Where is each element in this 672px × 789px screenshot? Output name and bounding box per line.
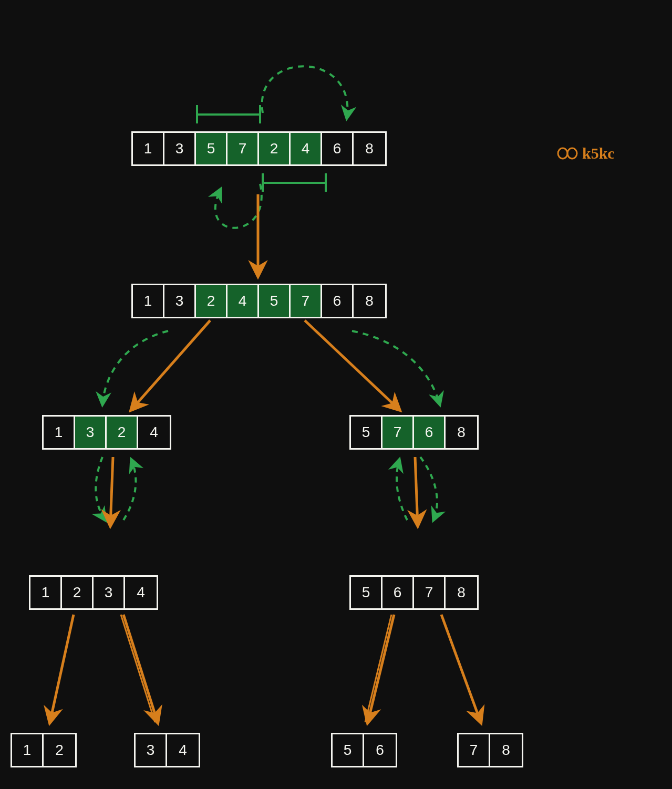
- array-level3-left: 1 3 2 4: [42, 415, 171, 450]
- cell: 5: [351, 577, 382, 608]
- cell: 4: [291, 133, 322, 164]
- cell: 6: [414, 417, 446, 448]
- cell: 2: [44, 734, 75, 766]
- flow-l3r-l4r: [415, 457, 418, 525]
- svg-point-0: [558, 148, 567, 159]
- cell: 3: [94, 577, 125, 608]
- swap-mini-l3l-b: [123, 460, 136, 520]
- array-level5-rl: 5 6: [331, 733, 397, 767]
- flow-l2-l3l: [131, 320, 210, 410]
- cell: 6: [322, 285, 354, 317]
- cell: 2: [259, 133, 291, 164]
- cell: 2: [196, 285, 228, 317]
- cell: 3: [136, 734, 167, 766]
- bracket-bottom: [263, 173, 326, 192]
- array-level1: 1 3 5 7 2 4 6 8: [131, 131, 387, 166]
- flow-l4l-l5ll: [50, 615, 74, 722]
- array-level5-rr: 7 8: [457, 733, 523, 767]
- cell: 7: [291, 285, 322, 317]
- cell: 4: [138, 417, 170, 448]
- flow-l4r-l5rl-dbl: [365, 615, 391, 722]
- cell: 8: [354, 285, 385, 317]
- cell: 7: [414, 577, 446, 608]
- butterfly-icon: [557, 146, 578, 161]
- cell: 3: [164, 285, 196, 317]
- cell: 5: [351, 417, 382, 448]
- watermark: k5kc: [557, 144, 615, 162]
- array-level3-right: 5 7 6 8: [349, 415, 479, 450]
- flow-l2-l3r: [305, 320, 399, 410]
- flow-l4l-l5lr-dbl: [121, 615, 155, 722]
- cell: 3: [164, 133, 196, 164]
- swap-arc-top: [262, 66, 348, 118]
- svg-point-1: [567, 148, 577, 159]
- arrows-overlay: [0, 0, 672, 789]
- array-level5-ll: 1 2: [11, 733, 77, 767]
- swap-mini-l3l-a: [96, 457, 105, 520]
- swap-mini-l3r-b: [420, 457, 437, 520]
- cell: 5: [333, 734, 364, 766]
- cell: 1: [44, 417, 75, 448]
- swap-arc-l2-left: [102, 331, 168, 404]
- array-level2: 1 3 2 4 5 7 6 8: [131, 284, 387, 318]
- flow-l4l-l5lr: [123, 615, 158, 722]
- cell: 7: [228, 133, 259, 164]
- cell: 5: [259, 285, 291, 317]
- swap-mini-l3r-a: [397, 460, 407, 520]
- cell: 8: [446, 577, 477, 608]
- cell: 4: [228, 285, 259, 317]
- array-level4-right: 5 6 7 8: [349, 575, 479, 610]
- cell: 7: [382, 417, 414, 448]
- watermark-text: k5kc: [582, 144, 615, 162]
- cell: 8: [446, 417, 477, 448]
- swap-arc-bottom: [215, 184, 262, 228]
- cell: 8: [490, 734, 522, 766]
- cell: 1: [30, 577, 62, 608]
- cell: 3: [75, 417, 107, 448]
- swap-arc-l2-right: [352, 331, 440, 404]
- array-level4-left: 1 2 3 4: [29, 575, 158, 610]
- cell: 1: [133, 285, 164, 317]
- cell: 4: [167, 734, 199, 766]
- cell: 5: [196, 133, 228, 164]
- flow-l4r-l5rr: [441, 615, 481, 722]
- bracket-top: [197, 105, 260, 123]
- cell: 7: [459, 734, 490, 766]
- cell: 6: [322, 133, 354, 164]
- cell: 2: [62, 577, 94, 608]
- cell: 6: [364, 734, 396, 766]
- cell: 4: [125, 577, 157, 608]
- flow-l4r-l5rl: [368, 615, 394, 722]
- diagram-stage: 1 3 5 7 2 4 6 8 1 3 2 4 5 7 6 8 1 3 2 4 …: [0, 0, 672, 789]
- cell: 1: [12, 734, 44, 766]
- cell: 2: [107, 417, 138, 448]
- cell: 6: [382, 577, 414, 608]
- cell: 8: [354, 133, 385, 164]
- array-level5-lr: 3 4: [134, 733, 200, 767]
- cell: 1: [133, 133, 164, 164]
- flow-l3l-l4l: [110, 457, 113, 525]
